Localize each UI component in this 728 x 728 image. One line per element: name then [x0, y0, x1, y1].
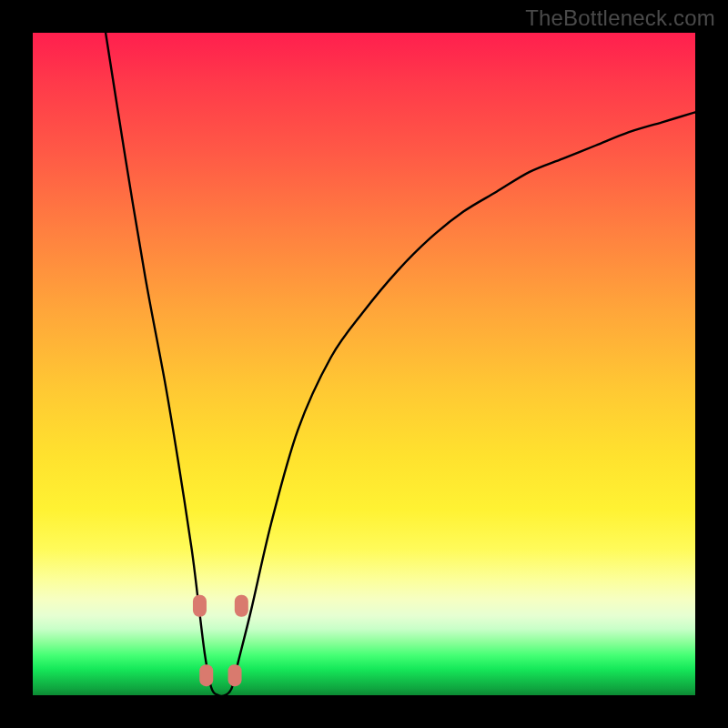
bottleneck-curve [106, 33, 695, 696]
data-marker-3 [228, 664, 242, 686]
data-marker-0 [193, 595, 207, 617]
data-marker-2 [199, 664, 213, 686]
watermark-text: TheBottleneck.com [525, 5, 715, 31]
chart-svg [33, 33, 695, 695]
plot-area [33, 33, 695, 695]
data-marker-1 [235, 595, 248, 617]
chart-frame: TheBottleneck.com [0, 0, 728, 728]
